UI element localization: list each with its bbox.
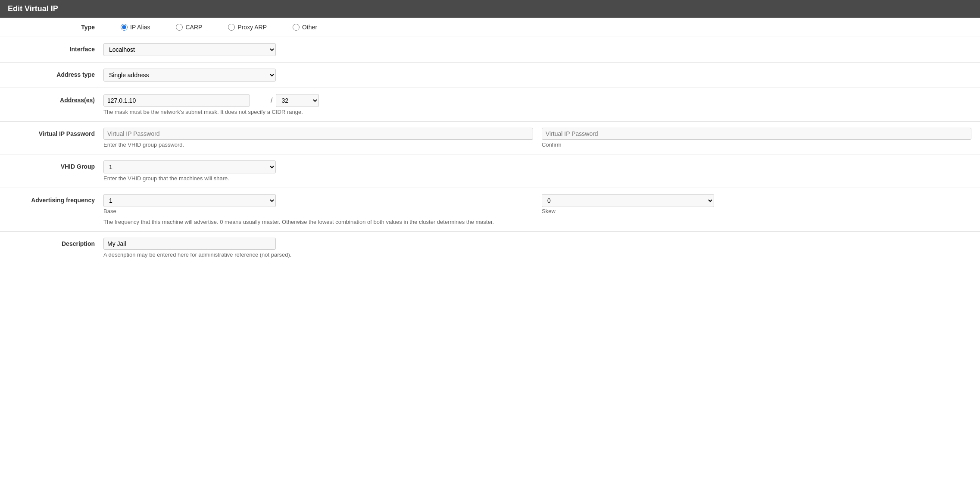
advertising-frequency-input-col: 1 2 3 Base 0 1 2 Skew The frequency that…: [103, 194, 971, 225]
radio-group: IP Alias CARP Proxy ARP Other: [121, 24, 317, 31]
radio-proxy-arp[interactable]: Proxy ARP: [228, 24, 267, 31]
type-row: Type IP Alias CARP Proxy ARP Other: [0, 18, 980, 37]
radio-input-carp[interactable]: [176, 24, 183, 31]
radio-label-proxy-arp: Proxy ARP: [237, 24, 267, 31]
vhid-group-label: VHID Group: [9, 160, 103, 170]
password-field-wrap: Enter the VHID group password.: [103, 128, 533, 148]
address-type-select[interactable]: Single address Network: [103, 69, 276, 82]
advertising-frequency-row: Advertising frequency 1 2 3 Base 0 1 2: [0, 188, 980, 232]
adv-freq-selects-row: 1 2 3 Base 0 1 2 Skew: [103, 194, 971, 214]
interface-select[interactable]: Localhost WAN LAN: [103, 43, 276, 56]
description-label: Description: [9, 238, 103, 247]
radio-carp[interactable]: CARP: [176, 24, 202, 31]
description-help-text: A description may be entered here for ad…: [103, 251, 971, 258]
password-help-text: Enter the VHID group password.: [103, 141, 533, 148]
adv-freq-help-text: The frequency that this machine will adv…: [103, 219, 971, 225]
adv-freq-base-select[interactable]: 1 2 3: [103, 194, 276, 207]
address-ip-row: / 32 31 30 24 16 8: [103, 94, 971, 107]
virtual-ip-password-label: Virtual IP Password: [9, 128, 103, 137]
type-label: Type: [9, 24, 103, 31]
virtual-ip-password-input-col: Enter the VHID group password. Confirm: [103, 128, 971, 148]
confirm-label: Confirm: [542, 141, 971, 148]
vhid-group-input-col: 1 2 3 4 5 Enter the VHID group that the …: [103, 160, 971, 182]
address-type-input-col: Single address Network: [103, 69, 971, 82]
radio-label-carp: CARP: [185, 24, 202, 31]
base-wrap: 1 2 3 Base: [103, 194, 533, 214]
interface-input-col: Localhost WAN LAN: [103, 43, 971, 56]
adv-freq-skew-select[interactable]: 0 1 2: [542, 194, 714, 207]
virtual-ip-password-input[interactable]: [103, 128, 533, 140]
vhid-group-row: VHID Group 1 2 3 4 5 Enter the VHID grou…: [0, 154, 980, 188]
addresses-input-col: / 32 31 30 24 16 8 The mask must be the …: [103, 94, 971, 115]
skew-label: Skew: [542, 208, 971, 214]
skew-wrap: 0 1 2 Skew: [542, 194, 971, 214]
interface-label: Interface: [9, 43, 103, 53]
radio-input-proxy-arp[interactable]: [228, 24, 235, 31]
base-label: Base: [103, 208, 533, 214]
page-title: Edit Virtual IP: [8, 4, 58, 13]
radio-other[interactable]: Other: [293, 24, 317, 31]
radio-ip-alias[interactable]: IP Alias: [121, 24, 150, 31]
address-type-label: Address type: [9, 69, 103, 78]
radio-label-other: Other: [302, 24, 317, 31]
radio-label-ip-alias: IP Alias: [130, 24, 150, 31]
password-confirm-field-wrap: Confirm: [542, 128, 971, 148]
radio-input-other[interactable]: [293, 24, 300, 31]
radio-input-ip-alias[interactable]: [121, 24, 128, 31]
virtual-ip-password-row: Virtual IP Password Enter the VHID group…: [0, 122, 980, 154]
vhid-group-select[interactable]: 1 2 3 4 5: [103, 160, 276, 173]
description-input-col: A description may be entered here for ad…: [103, 238, 971, 258]
advertising-frequency-label: Advertising frequency: [9, 194, 103, 204]
virtual-ip-password-confirm-input[interactable]: [542, 128, 971, 140]
interface-row: Interface Localhost WAN LAN: [0, 37, 980, 63]
addresses-row: Address(es) / 32 31 30 24 16 8 The mask …: [0, 88, 980, 122]
slash-separator: /: [271, 97, 274, 104]
form-container: Type IP Alias CARP Proxy ARP Other Inter…: [0, 18, 980, 264]
cidr-select[interactable]: 32 31 30 24 16 8: [276, 94, 319, 107]
addresses-label: Address(es): [9, 94, 103, 104]
page-header: Edit Virtual IP: [0, 0, 980, 18]
address-type-row: Address type Single address Network: [0, 63, 980, 88]
description-input[interactable]: [103, 238, 276, 250]
cidr-group: / 32 31 30 24 16 8: [271, 94, 319, 107]
ip-address-input[interactable]: [103, 94, 250, 107]
addresses-help-text: The mask must be the network's subnet ma…: [103, 109, 971, 115]
vhid-group-help-text: Enter the VHID group that the machines w…: [103, 175, 971, 182]
password-fields-row: Enter the VHID group password. Confirm: [103, 128, 971, 148]
description-row: Description A description may be entered…: [0, 232, 980, 264]
